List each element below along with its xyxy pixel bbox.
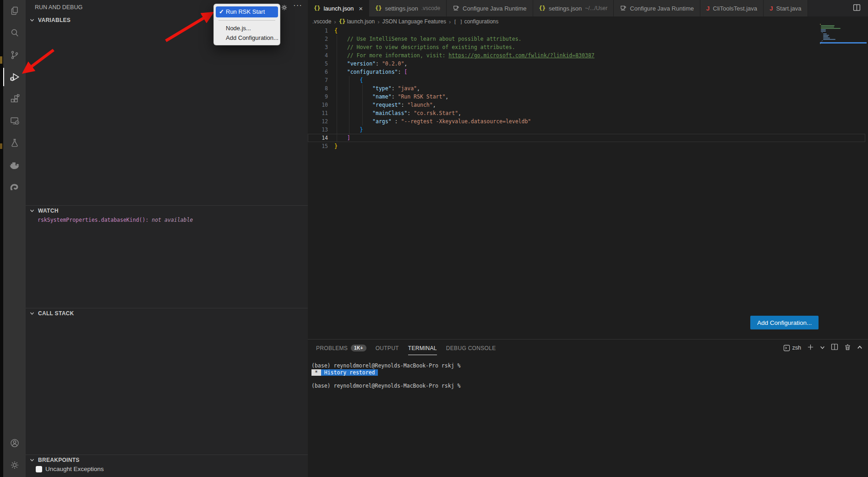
code-line[interactable]: 10 "request": "launch", — [308, 101, 868, 109]
code-line[interactable]: 3 // Hover to view descriptions of exist… — [308, 43, 868, 51]
edge-mark — [0, 56, 2, 64]
source-control-icon[interactable] — [3, 44, 26, 66]
line-number: 4 — [312, 51, 328, 60]
code-editor[interactable]: 1{2 // Use IntelliSense to learn about p… — [308, 27, 868, 150]
docker-icon[interactable] — [3, 154, 26, 176]
editor-tab[interactable]: JStart.java — [764, 0, 808, 16]
section-label: WATCH — [38, 208, 59, 214]
panel-tabs: PROBLEMS1K+OUTPUTTERMINALDEBUG CONSOLE — [311, 340, 500, 356]
debug-settings-gear-icon[interactable] — [280, 4, 288, 13]
search-icon[interactable] — [3, 22, 26, 44]
breadcrumb-separator: › — [334, 18, 336, 25]
code-line[interactable]: 14 ] — [308, 134, 868, 142]
minimap-line — [821, 25, 835, 26]
desktop-edge-strip — [0, 0, 3, 477]
menu-item-selected-config[interactable]: ✓Run RSK Start — [216, 6, 278, 17]
testing-icon[interactable] — [3, 132, 26, 154]
breakpoints-section-header[interactable]: BREAKPOINTS — [26, 455, 308, 465]
minimap[interactable] — [820, 24, 867, 44]
terminal-line: (base) reynoldmorel@Reynolds-MacBook-Pro… — [311, 362, 464, 369]
panel-controls: zsh — [783, 340, 863, 356]
watch-expression-row[interactable]: rskSystemProperties.databaseKind(): not … — [38, 217, 193, 223]
breadcrumb-label: configurations — [463, 18, 498, 25]
section-label: VARIABLES — [38, 17, 71, 23]
breadcrumb-separator: › — [377, 18, 379, 25]
code-line-content: "configurations": [ — [334, 68, 407, 76]
settings-gear-icon[interactable] — [3, 454, 26, 476]
panel-tab-debug-console[interactable]: DEBUG CONSOLE — [442, 340, 501, 356]
code-line[interactable]: 1{ — [308, 27, 868, 35]
menu-item[interactable]: Node.js... — [214, 23, 280, 33]
call-stack-section-header[interactable]: CALL STACK — [26, 308, 308, 318]
tabs-container: {}launch.json×{}settings.json.vscodeConf… — [308, 0, 808, 16]
editor-tab[interactable]: Configure Java Runtime — [447, 0, 533, 16]
breadcrumb-label: .vscode — [312, 18, 331, 25]
editor-tab[interactable]: Configure Java Runtime — [614, 0, 700, 16]
minimap-line — [821, 29, 825, 30]
minimap-line — [823, 33, 827, 34]
terminal-shell-select[interactable]: zsh — [783, 345, 801, 351]
more-actions-icon[interactable]: ··· — [293, 1, 302, 10]
code-line[interactable]: 11 "mainClass": "co.rsk.Start", — [308, 109, 868, 117]
code-line[interactable]: 13 } — [308, 126, 868, 134]
kill-terminal-trash-icon[interactable] — [844, 344, 851, 352]
new-terminal-icon[interactable] — [807, 344, 814, 352]
split-editor-icon[interactable] — [853, 4, 861, 13]
code-line[interactable]: 9 "name": "Run RSK Start", — [308, 93, 868, 101]
code-line[interactable]: 12 "args" : "--regtest -Xkeyvalue.dataso… — [308, 117, 868, 126]
tab-label: launch.json — [323, 5, 354, 12]
panel-tab-problems[interactable]: PROBLEMS1K+ — [311, 340, 371, 356]
panel-tab-output[interactable]: OUTPUT — [371, 340, 404, 356]
explorer-icon[interactable] — [3, 0, 26, 22]
json-file-icon: {} — [539, 5, 546, 11]
maximize-panel-chevron-icon[interactable] — [857, 344, 863, 352]
panel-tab-terminal[interactable]: TERMINAL — [404, 340, 442, 356]
json-file-icon: {} — [375, 5, 382, 11]
editor-tab[interactable]: {}launch.json× — [308, 0, 369, 16]
code-line-content: { — [334, 27, 338, 35]
panel-tab-label: TERMINAL — [408, 341, 437, 355]
extensions-icon[interactable] — [3, 88, 26, 110]
code-line[interactable]: 6 "configurations": [ — [308, 68, 868, 76]
code-line-content: "args" : "--regtest -Xkeyvalue.datasourc… — [334, 117, 531, 126]
editor-tab[interactable]: JCliToolsTest.java — [700, 0, 764, 16]
code-line[interactable]: 5 "version": "0.2.0", — [308, 60, 868, 68]
chevron-down-icon — [28, 208, 36, 213]
breadcrumb-item[interactable]: JSON Language Features — [382, 18, 446, 25]
code-line-content: { — [334, 76, 363, 84]
editor-tab[interactable]: {}settings.json~/.../User — [533, 0, 614, 16]
code-line[interactable]: 8 "type": "java", — [308, 84, 868, 93]
breadcrumb-item[interactable]: {} launch.json — [339, 18, 375, 25]
code-line[interactable]: 7 { — [308, 76, 868, 84]
terminal-dropdown-chevron-icon[interactable] — [820, 344, 825, 352]
problems-count-badge: 1K+ — [351, 345, 366, 351]
watch-section-header[interactable]: WATCH — [26, 205, 308, 215]
code-lines: 1{2 // Use IntelliSense to learn about p… — [308, 27, 868, 150]
bottom-panel: PROBLEMS1K+OUTPUTTERMINALDEBUG CONSOLE z… — [308, 339, 868, 477]
breadcrumb-item[interactable]: [ ] configurations — [453, 18, 498, 25]
remote-explorer-icon[interactable] — [3, 110, 26, 132]
java-file-icon: J — [770, 5, 773, 12]
code-line[interactable]: 15} — [308, 142, 868, 150]
uncaught-exceptions-checkbox[interactable] — [36, 466, 42, 472]
minimap-line — [820, 24, 821, 25]
gradle-icon[interactable] — [3, 176, 26, 198]
breadcrumb-item[interactable]: .vscode — [312, 18, 331, 25]
breakpoint-label: Uncaught Exceptions — [45, 466, 104, 472]
breakpoint-row: Uncaught Exceptions — [36, 466, 104, 472]
run-and-debug-icon[interactable] — [3, 66, 26, 88]
split-terminal-icon[interactable] — [831, 343, 838, 352]
line-number: 6 — [312, 68, 328, 76]
minimap-line — [823, 38, 830, 38]
line-number: 5 — [312, 60, 328, 68]
terminal-output[interactable]: (base) reynoldmorel@Reynolds-MacBook-Pro… — [311, 362, 464, 389]
menu-item[interactable]: Add Configuration... — [214, 33, 280, 43]
debug-config-dropdown-menu: ✓Run RSK StartNode.js...Add Configuratio… — [213, 4, 280, 45]
add-configuration-button[interactable]: Add Configuration... — [750, 316, 819, 329]
close-icon[interactable]: × — [359, 5, 363, 12]
code-line-content: } — [334, 126, 363, 134]
code-line[interactable]: 2 // Use IntelliSense to learn about pos… — [308, 35, 868, 43]
accounts-icon[interactable] — [3, 432, 26, 454]
code-line[interactable]: 4 // For more information, visit: https:… — [308, 51, 868, 60]
editor-tab[interactable]: {}settings.json.vscode — [369, 0, 447, 16]
